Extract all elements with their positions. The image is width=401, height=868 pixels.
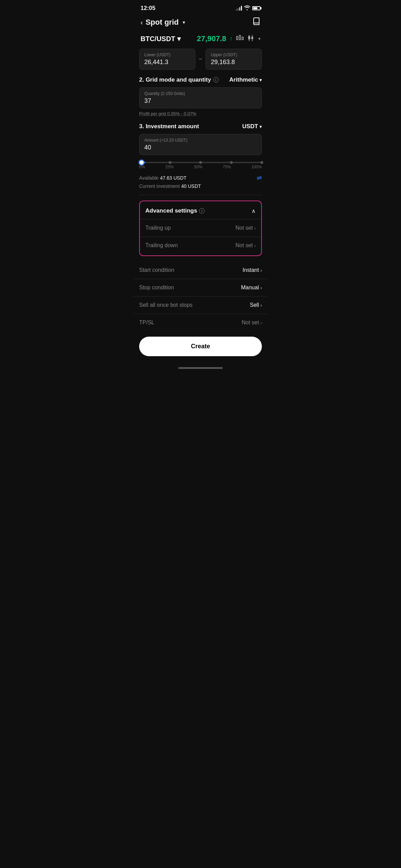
grid-mode-value: Arithmetic [229, 76, 258, 83]
slider-labels: 0% 25% 50% 75% 100% [139, 163, 262, 171]
upper-price-input[interactable]: Upper (USDT) 29,163.8 [206, 49, 262, 70]
candle-icon[interactable] [247, 35, 255, 43]
tpsl-value-text: Not set [242, 320, 259, 326]
chart-icon[interactable] [236, 35, 244, 43]
sell-all-value: Sell › [250, 302, 262, 308]
lower-price-value: 26,441.3 [144, 59, 190, 66]
price-area: 27,907.8 ↑ ▾ [197, 34, 260, 43]
book-icon[interactable] [252, 17, 260, 27]
investment-header: 3. Investment amount USDT ▾ [134, 122, 267, 134]
upper-price-value: 29,163.8 [211, 59, 257, 66]
trailing-up-row[interactable]: Trailing up Not set › [140, 219, 261, 237]
pair-price: 27,907.8 [197, 34, 226, 43]
start-condition-chevron-icon: › [260, 268, 262, 273]
signal-bars-icon [236, 6, 242, 11]
start-condition-row[interactable]: Start condition Instant › [134, 262, 267, 279]
svg-rect-2 [242, 37, 243, 40]
range-row: Lower (USDT) 26,441.3 ~ Upper (USDT) 29,… [134, 49, 267, 74]
transfer-icon[interactable]: ⇌ [257, 174, 262, 182]
start-condition-label: Start condition [139, 267, 174, 273]
advanced-title-text: Advanced settings [145, 207, 197, 214]
candle-dropdown-icon[interactable]: ▾ [258, 36, 260, 41]
pair-name-text: BTC/USDT [141, 35, 175, 43]
slider-label-75: 75% [223, 165, 231, 169]
slider-label-100: 100% [251, 165, 262, 169]
investment-title: 3. Investment amount [139, 123, 199, 130]
grid-mode-header: 2. Grid mode and quantity i Arithmetic ▾ [134, 74, 267, 87]
slider-dot-75 [230, 161, 233, 164]
svg-rect-0 [236, 36, 238, 40]
sell-all-chevron-icon: › [260, 303, 262, 308]
advanced-collapse-icon[interactable]: ∧ [252, 208, 256, 214]
current-investment-value: 40 USDT [181, 183, 201, 189]
investment-label: 3. Investment amount [139, 123, 199, 130]
pair-row: BTC/USDT ▾ 27,907.8 ↑ ▾ [134, 32, 267, 49]
slider-dot-100 [260, 161, 263, 164]
amount-input[interactable]: Amount (>13.23 USDT) 40 [139, 134, 262, 155]
status-icons [236, 5, 260, 11]
grid-mode-selector[interactable]: Arithmetic ▾ [229, 76, 262, 83]
trailing-down-row[interactable]: Trailing down Not set › [140, 237, 261, 254]
trailing-down-label: Trailing down [145, 242, 178, 249]
investment-slider[interactable]: 0% 25% 50% 75% 100% [134, 158, 267, 173]
advanced-info-icon[interactable]: i [199, 208, 205, 214]
tpsl-label: TP/SL [139, 320, 154, 326]
create-button[interactable]: Create [139, 337, 262, 356]
currency-dropdown-icon[interactable]: ▾ [259, 124, 262, 129]
sell-all-row[interactable]: Sell all once bot stops Sell › [134, 296, 267, 314]
grid-mode-info-icon[interactable]: i [213, 77, 219, 83]
status-bar: 12:05 [134, 0, 267, 14]
upper-price-label: Upper (USDT) [211, 52, 257, 57]
slider-label-25: 25% [166, 165, 174, 169]
price-direction-icon: ↑ [230, 36, 232, 42]
page-title: Spot grid [146, 18, 179, 27]
slider-track [139, 162, 262, 163]
available-value: 47.63 USDT [160, 175, 186, 181]
tilde-separator: ~ [199, 56, 203, 63]
create-button-container: Create [134, 331, 267, 364]
advanced-settings-box: Advanced settings i ∧ Trailing up Not se… [139, 201, 262, 256]
trailing-up-value-text: Not set [235, 225, 253, 231]
quantity-input[interactable]: Quantity (2-150 Grids) 37 [139, 87, 262, 108]
svg-rect-4 [248, 36, 250, 39]
trailing-down-value-text: Not set [235, 242, 253, 249]
available-label: Available [139, 175, 159, 181]
start-condition-value-text: Instant [243, 267, 259, 273]
stop-condition-label: Stop condition [139, 285, 174, 291]
slider-label-50: 50% [194, 165, 202, 169]
quantity-label: Quantity (2-150 Grids) [144, 91, 257, 96]
back-button[interactable]: ‹ [141, 19, 143, 26]
tpsl-row[interactable]: TP/SL Not set › [134, 314, 267, 331]
divider-1 [139, 195, 262, 195]
advanced-settings-header[interactable]: Advanced settings i ∧ [140, 203, 261, 219]
title-dropdown-arrow-icon[interactable]: ▾ [183, 20, 185, 25]
svg-rect-6 [252, 37, 253, 39]
stop-condition-chevron-icon: › [260, 285, 262, 290]
quantity-value: 37 [144, 97, 257, 105]
trailing-down-chevron-icon: › [254, 243, 256, 248]
sell-all-label: Sell all once bot stops [139, 302, 193, 308]
currency-selector[interactable]: USDT ▾ [242, 123, 262, 130]
pair-dropdown-icon[interactable]: ▾ [177, 35, 181, 43]
stop-condition-row[interactable]: Stop condition Manual › [134, 279, 267, 296]
tpsl-chevron-icon: › [260, 320, 262, 325]
battery-icon [252, 6, 260, 10]
profit-per-grid: Profit per grid 0.05% - 0.07% [134, 111, 267, 122]
advanced-title: Advanced settings i [145, 207, 205, 214]
nav-bar: ‹ Spot grid ▾ [134, 14, 267, 32]
trailing-up-label: Trailing up [145, 225, 171, 231]
slider-thumb[interactable] [138, 159, 145, 166]
start-condition-value: Instant › [243, 267, 262, 273]
currency-value: USDT [242, 123, 258, 130]
lower-price-input[interactable]: Lower (USDT) 26,441.3 [139, 49, 195, 70]
trading-pair[interactable]: BTC/USDT ▾ [141, 35, 181, 43]
slider-dot-50 [199, 161, 202, 164]
stop-condition-value-text: Manual [241, 285, 259, 291]
home-bar [178, 367, 223, 369]
home-indicator [134, 364, 267, 373]
wifi-icon [244, 5, 250, 11]
trailing-down-value: Not set › [235, 242, 256, 249]
grid-mode-dropdown-icon[interactable]: ▾ [259, 77, 262, 83]
stop-condition-value: Manual › [241, 285, 262, 291]
current-investment-label: Current investment [139, 183, 180, 189]
